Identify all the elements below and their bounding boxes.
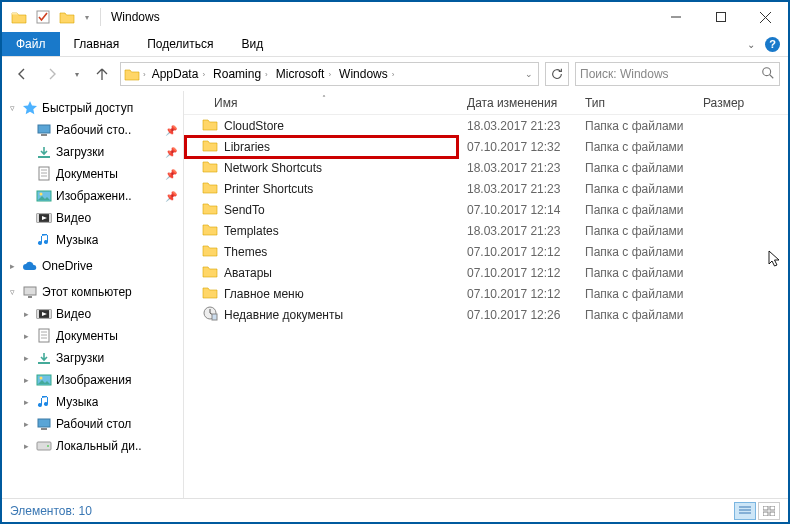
pictures-icon bbox=[35, 373, 53, 387]
search-input[interactable] bbox=[580, 67, 761, 81]
sidebar-this-pc[interactable]: ▿ Этот компьютер bbox=[2, 281, 183, 303]
file-date: 18.03.2017 21:23 bbox=[459, 224, 577, 238]
ribbon-tab[interactable]: Поделиться bbox=[133, 32, 227, 56]
column-name[interactable]: ˄Имя bbox=[184, 96, 459, 110]
svg-point-30 bbox=[40, 377, 43, 380]
folder-icon[interactable] bbox=[8, 6, 30, 28]
ribbon-tab[interactable]: Вид bbox=[227, 32, 277, 56]
breadcrumb-item[interactable]: Roaming› bbox=[209, 63, 272, 85]
close-button[interactable] bbox=[743, 3, 788, 31]
file-tab[interactable]: Файл bbox=[2, 32, 60, 56]
ribbon-tab[interactable]: Главная bbox=[60, 32, 134, 56]
file-name: Главное меню bbox=[224, 287, 304, 301]
svg-rect-19 bbox=[24, 287, 36, 295]
sidebar-item[interactable]: Музыка bbox=[2, 229, 183, 251]
navigation-pane[interactable]: ▿ Быстрый доступ Рабочий сто.. 📌 Загрузк… bbox=[2, 91, 184, 498]
column-size[interactable]: Размер bbox=[695, 96, 775, 110]
expand-icon[interactable]: ▸ bbox=[20, 331, 32, 341]
sidebar-item[interactable]: ▸ Видео bbox=[2, 303, 183, 325]
sidebar-item[interactable]: Документы 📌 bbox=[2, 163, 183, 185]
sidebar-item[interactable]: ▸ Рабочий стол bbox=[2, 413, 183, 435]
file-date: 18.03.2017 21:23 bbox=[459, 119, 577, 133]
history-dropdown[interactable]: ▾ bbox=[70, 62, 84, 86]
sidebar-item[interactable]: ▸ Изображения bbox=[2, 369, 183, 391]
expand-icon[interactable]: ▿ bbox=[6, 103, 18, 113]
file-row[interactable]: Themes 07.10.2017 12:12 Папка с файлами bbox=[184, 241, 788, 262]
refresh-button[interactable] bbox=[545, 62, 569, 86]
svg-point-34 bbox=[47, 445, 49, 447]
expand-icon[interactable]: ▸ bbox=[20, 309, 32, 319]
file-row[interactable]: Libraries 07.10.2017 12:32 Папка с файла… bbox=[184, 136, 788, 157]
properties-checkbox-icon[interactable] bbox=[32, 6, 54, 28]
cloud-icon bbox=[21, 260, 39, 272]
star-icon bbox=[21, 100, 39, 116]
file-row[interactable]: Недавние документы 07.10.2017 12:26 Папк… bbox=[184, 304, 788, 325]
qat-dropdown-icon[interactable]: ▾ bbox=[80, 6, 94, 28]
breadcrumb-item[interactable]: Microsoft› bbox=[272, 63, 335, 85]
chevron-right-icon: › bbox=[265, 70, 268, 79]
expand-icon[interactable]: ▸ bbox=[20, 441, 32, 451]
svg-point-15 bbox=[40, 193, 43, 196]
file-row[interactable]: Network Shortcuts 18.03.2017 21:23 Папка… bbox=[184, 157, 788, 178]
folder-icon bbox=[202, 138, 218, 155]
forward-button[interactable] bbox=[40, 62, 64, 86]
maximize-button[interactable] bbox=[698, 3, 743, 31]
sidebar-item[interactable]: Видео bbox=[2, 207, 183, 229]
search-icon[interactable] bbox=[761, 66, 775, 83]
pictures-icon bbox=[35, 189, 53, 203]
breadcrumb-item[interactable]: AppData› bbox=[148, 63, 209, 85]
back-button[interactable] bbox=[10, 62, 34, 86]
expand-icon[interactable]: ▸ bbox=[6, 261, 18, 271]
file-row[interactable]: Templates 18.03.2017 21:23 Папка с файла… bbox=[184, 220, 788, 241]
sidebar-item[interactable]: ▸ Загрузки bbox=[2, 347, 183, 369]
search-box[interactable] bbox=[575, 62, 780, 86]
documents-icon bbox=[35, 166, 53, 182]
chevron-down-icon[interactable]: ⌄ bbox=[747, 39, 755, 50]
sidebar-quick-access[interactable]: ▿ Быстрый доступ bbox=[2, 97, 183, 119]
chevron-right-icon[interactable]: › bbox=[143, 70, 146, 79]
minimize-button[interactable] bbox=[653, 3, 698, 31]
address-bar[interactable]: › AppData›Roaming›Microsoft›Windows› ⌄ bbox=[120, 62, 539, 86]
file-list[interactable]: CloudStore 18.03.2017 21:23 Папка с файл… bbox=[184, 115, 788, 498]
file-type: Папка с файлами bbox=[577, 140, 695, 154]
file-date: 07.10.2017 12:26 bbox=[459, 308, 577, 322]
recent-icon bbox=[202, 305, 218, 324]
file-name: Templates bbox=[224, 224, 279, 238]
expand-icon[interactable]: ▿ bbox=[6, 287, 18, 297]
file-row[interactable]: Аватары 07.10.2017 12:12 Папка с файлами bbox=[184, 262, 788, 283]
address-dropdown-icon[interactable]: ⌄ bbox=[520, 69, 538, 79]
expand-icon[interactable]: ▸ bbox=[20, 353, 32, 363]
expand-icon[interactable]: ▸ bbox=[20, 397, 32, 407]
videos-icon bbox=[35, 307, 53, 321]
file-name: Network Shortcuts bbox=[224, 161, 322, 175]
column-type[interactable]: Тип bbox=[577, 96, 695, 110]
column-date[interactable]: Дата изменения bbox=[459, 96, 577, 110]
sidebar-item[interactable]: ▸ Локальный ди.. bbox=[2, 435, 183, 457]
file-row[interactable]: Printer Shortcuts 18.03.2017 21:23 Папка… bbox=[184, 178, 788, 199]
pin-icon: 📌 bbox=[165, 147, 177, 158]
sidebar-item[interactable]: ▸ Документы bbox=[2, 325, 183, 347]
sidebar-onedrive[interactable]: ▸ OneDrive bbox=[2, 255, 183, 277]
ribbon: Файл ГлавнаяПоделитьсяВид ⌄ ? bbox=[2, 32, 788, 57]
svg-rect-31 bbox=[38, 419, 50, 427]
breadcrumb-item[interactable]: Windows› bbox=[335, 63, 398, 85]
file-row[interactable]: Главное меню 07.10.2017 12:12 Папка с фа… bbox=[184, 283, 788, 304]
file-row[interactable]: SendTo 07.10.2017 12:14 Папка с файлами bbox=[184, 199, 788, 220]
sidebar-item[interactable]: ▸ Музыка bbox=[2, 391, 183, 413]
svg-rect-28 bbox=[38, 362, 50, 364]
folder-icon bbox=[202, 264, 218, 281]
svg-rect-43 bbox=[770, 512, 775, 516]
up-button[interactable] bbox=[90, 62, 114, 86]
folder-icon-small[interactable] bbox=[56, 6, 78, 28]
sidebar-item[interactable]: Изображени.. 📌 bbox=[2, 185, 183, 207]
icons-view-button[interactable] bbox=[758, 502, 780, 520]
help-icon[interactable]: ? bbox=[765, 37, 780, 52]
expand-icon[interactable]: ▸ bbox=[20, 375, 32, 385]
details-view-button[interactable] bbox=[734, 502, 756, 520]
file-name: SendTo bbox=[224, 203, 265, 217]
file-row[interactable]: CloudStore 18.03.2017 21:23 Папка с файл… bbox=[184, 115, 788, 136]
file-type: Папка с файлами bbox=[577, 203, 695, 217]
sidebar-item[interactable]: Загрузки 📌 bbox=[2, 141, 183, 163]
expand-icon[interactable]: ▸ bbox=[20, 419, 32, 429]
sidebar-item[interactable]: Рабочий сто.. 📌 bbox=[2, 119, 183, 141]
